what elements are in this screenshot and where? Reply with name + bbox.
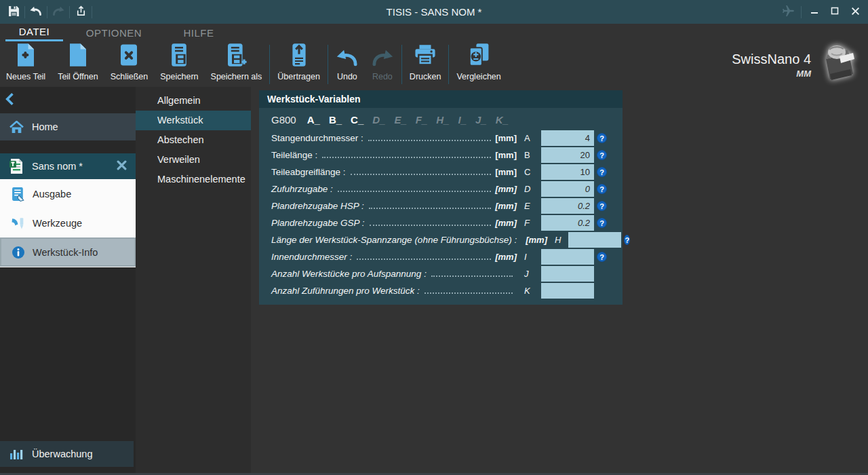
panel-title: Werkstück-Variablen <box>259 90 623 108</box>
dotted-leader <box>431 276 513 277</box>
redo-icon <box>52 5 65 19</box>
undo-button[interactable]: Undo <box>330 43 365 86</box>
document-section-list: Ausgabe Werkzeuge Werkstück-Info <box>0 179 136 267</box>
help-button[interactable]: ? <box>597 167 607 177</box>
separator <box>24 6 25 18</box>
minimize-button[interactable] <box>804 3 825 22</box>
home-icon <box>9 121 24 134</box>
letter-i: I_ <box>458 114 467 126</box>
form-row-c: Teileabgreiflänge :[mm]C? <box>259 164 623 180</box>
sidebar-item-ausgabe[interactable]: Ausgabe <box>0 179 136 208</box>
document-tab-label: Sans nom * <box>32 161 83 172</box>
letter-a: A_ <box>307 114 320 126</box>
speichern-button[interactable]: Speichern <box>154 43 204 86</box>
flight-mode-button[interactable] <box>778 3 798 22</box>
dotted-leader <box>322 157 491 158</box>
schliessen-button[interactable]: Schließen <box>104 43 155 86</box>
sidebar-item-werkstueck-info[interactable]: Werkstück-Info <box>0 238 136 267</box>
help-button[interactable]: ? <box>624 235 630 245</box>
redo-button[interactable]: Redo <box>365 43 400 86</box>
document-close-button[interactable] <box>115 160 127 172</box>
werkstueck-variablen-panel: Werkstück-Variablen G800 A_ B_ C_ D_ E_ … <box>259 90 623 305</box>
maximize-icon <box>831 7 839 17</box>
separator <box>47 6 47 18</box>
document-tab[interactable]: Sans nom * <box>0 153 136 179</box>
separator <box>69 6 70 18</box>
submenu-item-maschinenelemente[interactable]: Maschinenelemente <box>136 170 251 189</box>
submenu-item-werkstueck[interactable]: Werkstück <box>136 111 251 130</box>
value-input-a[interactable] <box>541 130 594 146</box>
sidebar-item-label: Werkzeuge <box>33 218 82 229</box>
transfer-icon <box>288 43 310 69</box>
form-row-i: Innendurchmesser :[mm]I? <box>259 248 623 265</box>
maximize-button[interactable] <box>825 3 845 22</box>
chevron-left-icon <box>4 92 15 108</box>
close-button[interactable] <box>845 3 865 22</box>
tisis-file-icon <box>9 158 24 174</box>
value-input-b[interactable] <box>541 147 594 163</box>
uebertragen-button[interactable]: Übertragen <box>271 43 326 86</box>
help-button[interactable]: ? <box>597 150 607 160</box>
save-icon <box>168 43 190 69</box>
tab-optionen[interactable]: OPTIONEN <box>63 24 165 41</box>
value-input-i[interactable] <box>541 249 594 265</box>
tab-hilfe[interactable]: HILFE <box>165 24 233 41</box>
tools-icon <box>11 216 26 230</box>
teil-oeffnen-button[interactable]: Teil Öffnen <box>52 43 104 86</box>
sidebar-item-label: Überwachung <box>32 449 92 459</box>
help-button[interactable]: ? <box>597 201 607 211</box>
value-input-k[interactable] <box>541 283 594 299</box>
form-row-b: Teilelänge :[mm]B? <box>259 147 623 164</box>
toolbar-separator <box>328 45 328 84</box>
machine-units: MM <box>796 69 811 79</box>
minimize-icon <box>810 7 818 17</box>
undo-arrow-icon <box>336 47 359 69</box>
quick-save-button[interactable] <box>5 4 22 20</box>
value-input-f[interactable] <box>541 215 594 231</box>
quick-undo-button[interactable] <box>28 4 44 20</box>
value-input-j[interactable] <box>541 266 594 282</box>
separator <box>92 6 92 18</box>
toolbar-separator <box>448 45 449 84</box>
form-row-e: Plandrehzugabe HSP :[mm]E? <box>259 197 623 214</box>
submenu-item-allgemein[interactable]: Allgemein <box>136 91 251 111</box>
sidebar-item-home[interactable]: Home <box>0 113 136 140</box>
speichern-als-button[interactable]: Speichern als <box>205 43 269 86</box>
quick-redo-button[interactable] <box>50 4 66 20</box>
airplane-icon <box>781 4 795 20</box>
window-title: TISIS - SANS NOM * <box>0 6 868 18</box>
quick-export-button[interactable] <box>73 4 89 20</box>
sidebar-item-ueberwachung[interactable]: Überwachung <box>0 441 134 467</box>
help-button[interactable]: ? <box>597 133 607 143</box>
machine-name: SwissNano 4 <box>732 52 811 67</box>
back-button[interactable] <box>4 91 23 109</box>
vergleichen-button[interactable]: Vergleichen <box>450 43 507 86</box>
value-input-c[interactable] <box>541 164 594 180</box>
help-button[interactable]: ? <box>597 218 607 228</box>
save-as-icon <box>225 43 247 69</box>
drucken-button[interactable]: Drucken <box>403 43 448 86</box>
close-part-icon <box>118 43 140 69</box>
submenu-item-verweilen[interactable]: Verweilen <box>136 150 251 170</box>
help-button[interactable]: ? <box>597 252 607 262</box>
value-input-h[interactable] <box>568 232 621 248</box>
sidebar-item-werkzeuge[interactable]: Werkzeuge <box>0 208 136 238</box>
new-part-icon <box>15 43 37 69</box>
printer-icon <box>414 44 437 69</box>
machine-indicator: SwissNano 4 MM <box>732 43 859 88</box>
title-bar: TISIS - SANS NOM * <box>0 0 868 24</box>
dotted-leader <box>425 292 513 294</box>
value-input-e[interactable] <box>541 198 594 214</box>
tab-datei[interactable]: DATEI <box>5 24 63 41</box>
neues-teil-button[interactable]: Neues Teil <box>0 43 52 86</box>
ribbon-toolbar: Neues Teil Teil Öffnen Schließen Speiche… <box>0 41 868 87</box>
letter-h: H_ <box>436 114 449 126</box>
dotted-leader <box>338 191 491 192</box>
sidebar-item-label: Ausgabe <box>33 189 71 200</box>
letter-f: F_ <box>416 114 428 126</box>
value-input-d[interactable] <box>541 181 594 197</box>
help-button[interactable]: ? <box>597 184 607 194</box>
form-row-k: Anzahl Zuführungen pro Werkstück :K? <box>259 282 623 299</box>
window-controls <box>778 0 865 24</box>
submenu-item-abstechen[interactable]: Abstechen <box>136 130 251 150</box>
